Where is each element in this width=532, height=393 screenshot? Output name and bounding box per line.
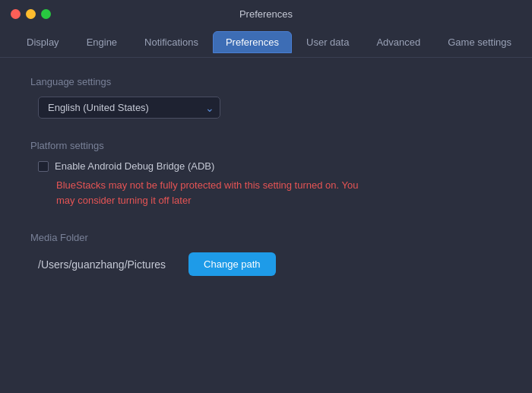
tab-user-data[interactable]: User data: [293, 31, 362, 53]
maximize-button[interactable]: [41, 9, 51, 19]
change-path-button[interactable]: Change path: [188, 252, 275, 276]
language-settings-label: Language settings: [30, 76, 502, 87]
language-select[interactable]: English (United States) Spanish French G…: [38, 97, 220, 119]
platform-settings-section: Platform settings Enable Android Debug B…: [30, 140, 502, 208]
adb-checkbox-row: Enable Android Debug Bridge (ADB): [38, 160, 502, 172]
adb-checkbox[interactable]: [38, 161, 49, 172]
main-content: Language settings English (United States…: [0, 58, 532, 294]
tab-notifications[interactable]: Notifications: [131, 31, 211, 53]
adb-checkbox-label: Enable Android Debug Bridge (ADB): [55, 160, 214, 172]
language-select-wrapper: English (United States) Spanish French G…: [38, 97, 220, 119]
title-bar: Preferences: [0, 0, 532, 27]
media-folder-path: /Users/guanzhang/Pictures: [38, 258, 166, 271]
close-button[interactable]: [11, 9, 21, 19]
minimize-button[interactable]: [26, 9, 36, 19]
window-title: Preferences: [239, 8, 293, 20]
tab-advanced[interactable]: Advanced: [363, 31, 433, 53]
platform-settings-label: Platform settings: [30, 140, 502, 151]
media-folder-row: /Users/guanzhang/Pictures Change path: [38, 252, 502, 276]
media-folder-section: Media Folder /Users/guanzhang/Pictures C…: [30, 232, 502, 276]
tab-game-settings[interactable]: Game settings: [435, 31, 524, 53]
tab-display[interactable]: Display: [14, 31, 72, 53]
media-folder-label: Media Folder: [30, 232, 502, 243]
tabs-bar: Display Engine Notifications Preferences…: [0, 27, 532, 58]
adb-warning-text: BlueStacks may not be fully protected wi…: [56, 178, 375, 208]
window-controls: [11, 9, 51, 19]
tab-preferences[interactable]: Preferences: [213, 31, 292, 53]
tab-engine[interactable]: Engine: [74, 31, 130, 53]
